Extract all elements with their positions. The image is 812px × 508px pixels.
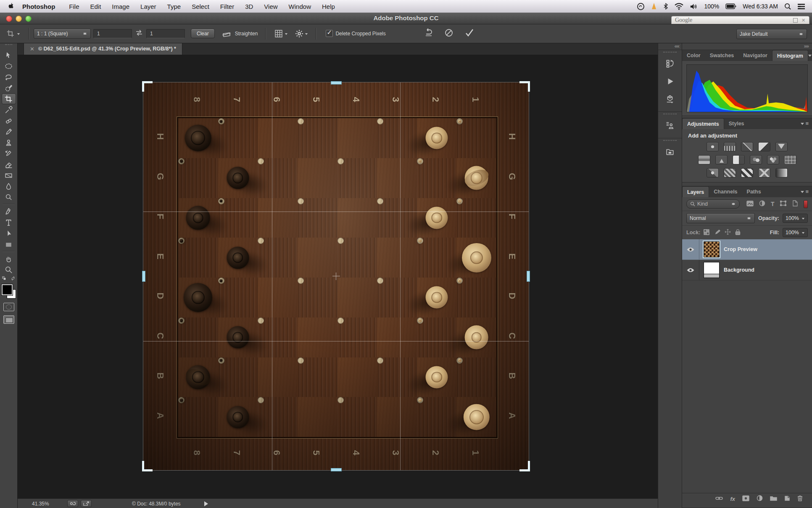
blur-tool[interactable] bbox=[2, 181, 16, 192]
threshold-adjustment-icon[interactable] bbox=[741, 168, 753, 177]
layer-visibility-toggle[interactable] bbox=[682, 260, 699, 280]
crop-ratio-select[interactable]: 1 : 1 (Square) bbox=[34, 29, 91, 39]
actions-panel-icon[interactable] bbox=[661, 73, 679, 90]
add-layer-mask-icon[interactable] bbox=[742, 495, 749, 503]
blend-mode-select[interactable]: Normal bbox=[686, 213, 755, 223]
lasso-tool[interactable] bbox=[2, 71, 16, 82]
nav-tab-color[interactable]: Color bbox=[682, 50, 705, 61]
battery-icon[interactable] bbox=[725, 3, 736, 9]
new-group-icon[interactable] bbox=[770, 495, 777, 502]
menu-layer[interactable]: Layer bbox=[135, 3, 162, 10]
menu-filter[interactable]: Filter bbox=[215, 3, 240, 10]
lock-all-icon[interactable] bbox=[735, 229, 741, 236]
volume-icon[interactable] bbox=[690, 3, 698, 10]
google-widget-restore-icon[interactable] bbox=[793, 18, 798, 23]
clone-stamp-tool[interactable] bbox=[2, 137, 16, 148]
document-canvas[interactable]: 8765432187654321HGFEDCBAHGFEDCBA bbox=[18, 55, 658, 498]
layer-effects-icon[interactable]: fx bbox=[730, 496, 735, 502]
menu-window[interactable]: Window bbox=[283, 3, 316, 10]
marquee-tool[interactable] bbox=[2, 61, 16, 71]
google-widget-close-icon[interactable]: ✕ bbox=[801, 18, 806, 23]
crop-corner-handle[interactable] bbox=[142, 461, 153, 471]
crop-corner-handle[interactable] bbox=[142, 81, 153, 92]
delete-layer-icon[interactable] bbox=[797, 495, 803, 503]
panel-menu-icon[interactable]: ≡ bbox=[808, 50, 812, 61]
levels-adjustment-icon[interactable] bbox=[724, 142, 736, 151]
lookup-adjustment-icon[interactable] bbox=[784, 155, 796, 164]
selective-adjustment-icon[interactable] bbox=[758, 168, 770, 177]
history-brush-tool[interactable] bbox=[2, 148, 16, 159]
brush-tool[interactable] bbox=[2, 126, 16, 137]
adjust-tab-styles[interactable]: Styles bbox=[724, 118, 749, 129]
clear-button[interactable]: Clear bbox=[191, 29, 215, 38]
quick-select-tool[interactable] bbox=[2, 82, 16, 93]
menu-type[interactable]: Type bbox=[162, 3, 187, 10]
layer-filter-kind-select[interactable]: Kind bbox=[686, 199, 740, 209]
layer-row-background[interactable]: Background bbox=[682, 260, 812, 280]
google-widget[interactable]: Google ✕ bbox=[671, 16, 809, 24]
straighten-button[interactable]: Straighten bbox=[218, 29, 261, 38]
foreground-color-swatch[interactable] bbox=[2, 284, 13, 295]
collapse-dock-chevrons-icon[interactable]: »» bbox=[804, 43, 809, 49]
layers-tab-channels[interactable]: Channels bbox=[709, 186, 742, 197]
expand-dock-chevrons-icon[interactable]: «« bbox=[675, 43, 679, 49]
tool-presets-panel-icon[interactable] bbox=[661, 117, 679, 134]
menu-edit[interactable]: Edit bbox=[85, 3, 107, 10]
filter-type-layers-icon[interactable]: T bbox=[771, 201, 775, 207]
commit-crop-icon[interactable] bbox=[464, 28, 475, 40]
menu-3d[interactable]: 3D bbox=[240, 3, 258, 10]
layers-tab-paths[interactable]: Paths bbox=[742, 186, 766, 197]
menu-image[interactable]: Image bbox=[106, 3, 135, 10]
status-share-icon[interactable] bbox=[81, 500, 92, 507]
filter-pixel-layers-icon[interactable] bbox=[746, 201, 754, 208]
move-tool[interactable] bbox=[2, 50, 16, 61]
menu-photoshop[interactable]: Photoshop bbox=[17, 3, 63, 10]
nav-tab-histogram[interactable]: Histogram bbox=[772, 50, 808, 61]
zoom-tool[interactable] bbox=[2, 264, 16, 275]
invert-adjustment-icon[interactable] bbox=[707, 168, 719, 177]
crop-overlay-options-button[interactable] bbox=[270, 29, 291, 39]
alert-cone-icon[interactable] bbox=[651, 3, 657, 10]
hand-tool[interactable] bbox=[2, 253, 16, 264]
notification-center-icon[interactable] bbox=[798, 3, 805, 10]
lock-position-icon[interactable] bbox=[725, 229, 731, 236]
hue-adjustment-icon[interactable] bbox=[698, 155, 710, 164]
swap-dimensions-icon[interactable] bbox=[134, 29, 144, 39]
path-select-tool[interactable] bbox=[2, 228, 16, 239]
creative-cloud-icon[interactable] bbox=[637, 3, 645, 11]
layer-filter-toggle[interactable] bbox=[804, 200, 808, 208]
curves-adjustment-icon[interactable] bbox=[741, 142, 753, 151]
filter-smart-objects-icon[interactable] bbox=[792, 200, 798, 208]
3d-panel-icon[interactable] bbox=[661, 90, 679, 107]
apple-menu-icon[interactable] bbox=[8, 3, 14, 10]
dodge-tool[interactable] bbox=[2, 192, 16, 203]
pen-tool[interactable] bbox=[2, 206, 16, 217]
layers-tab-layers[interactable]: Layers bbox=[682, 186, 709, 197]
nav-tab-swatches[interactable]: Swatches bbox=[705, 50, 739, 61]
chessboard-photo[interactable]: 8765432187654321HGFEDCBAHGFEDCBA bbox=[143, 82, 529, 470]
menu-file[interactable]: File bbox=[63, 3, 84, 10]
history-panel-icon[interactable] bbox=[661, 55, 679, 72]
status-bar-menu-arrow-icon[interactable] bbox=[204, 501, 211, 506]
type-tool[interactable] bbox=[2, 217, 16, 228]
crop-corner-handle[interactable] bbox=[519, 81, 530, 92]
brightness-adjustment-icon[interactable] bbox=[707, 142, 719, 151]
gradient-tool[interactable] bbox=[2, 170, 16, 181]
vibrance-adjustment-icon[interactable] bbox=[775, 142, 788, 151]
photofilter-adjustment-icon[interactable] bbox=[750, 155, 762, 164]
ratio-height-input[interactable]: 1 bbox=[146, 29, 185, 38]
balance-adjustment-icon[interactable] bbox=[715, 155, 728, 164]
screen-mode-button[interactable] bbox=[3, 315, 14, 324]
exposure-adjustment-icon[interactable] bbox=[758, 142, 770, 151]
filter-adjustment-layers-icon[interactable] bbox=[759, 200, 765, 208]
menu-view[interactable]: View bbox=[258, 3, 283, 10]
quick-mask-button[interactable] bbox=[3, 303, 14, 311]
nav-tab-navigator[interactable]: Navigator bbox=[738, 50, 772, 61]
crop-tool[interactable] bbox=[2, 93, 16, 104]
workspace-select[interactable]: Jake Default bbox=[736, 29, 807, 39]
crop-edge-handle[interactable] bbox=[331, 468, 342, 471]
lock-transparency-icon[interactable] bbox=[704, 229, 709, 236]
layer-visibility-toggle[interactable] bbox=[682, 239, 699, 259]
panel-menu-icon[interactable]: ≡ bbox=[801, 118, 812, 129]
crop-center-marker[interactable] bbox=[332, 273, 340, 280]
